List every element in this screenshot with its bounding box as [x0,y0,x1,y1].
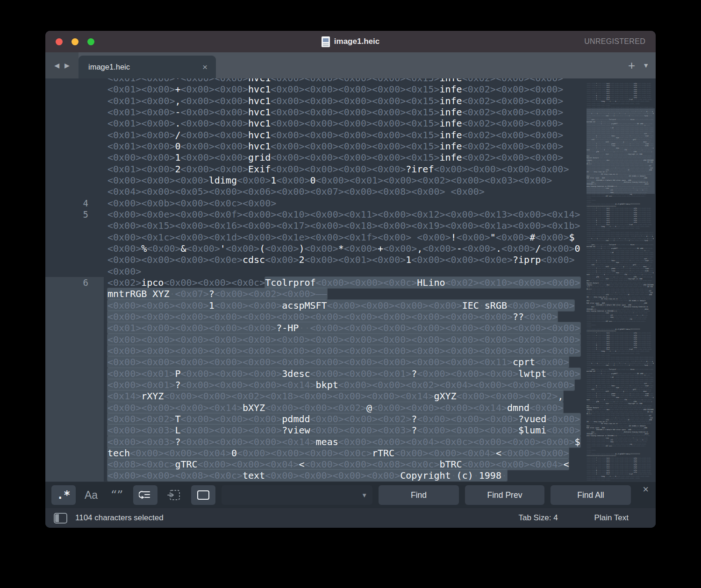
code-row[interactable]: <0x00><0x03>?<0x00><0x00><0x00><0x14>mea… [45,436,587,447]
code-row[interactable]: <0x01><0x00>0<0x00><0x00>hvc1<0x00><0x00… [45,141,587,152]
code-area[interactable]: <0x01><0x00>*<0x00><0x00>hvc1<0x00><0x00… [45,78,587,482]
case-sensitive-toggle-button[interactable]: Aa [82,485,100,505]
code-row[interactable]: tech<0x00><0x00><0x04>0<0x00><0x00><0x00… [45,447,587,459]
code-row[interactable]: <0x00><0x00><0x00><0x0e>cdsc<0x00>2<0x00… [45,254,587,265]
code-row[interactable]: <0x00><0x00><0x00><0x14>bXYZ<0x00><0x00>… [45,402,587,413]
selected-text: <0x14>rXYZ<0x00><0x00><0x02><0x18><0x00>… [107,390,563,402]
window-title: image1.heic [334,37,379,46]
code-row[interactable]: <0x08><0x0c>gTRC<0x00><0x00><0x04><<0x00… [45,459,587,470]
line-number [45,459,104,470]
selected-text: <0x00><0x00><0x00><0x00><0x00><0x00><0x0… [107,334,580,345]
code-row[interactable]: <0x01><0x00>+<0x00><0x00>hvc1<0x00><0x00… [45,84,587,95]
new-tab-icon[interactable]: + [628,59,635,71]
line-number [45,447,104,459]
code-row[interactable]: <0x01><0x00>2<0x00><0x00>Exif<0x00><0x00… [45,163,587,175]
whole-word-toggle-button[interactable]: “” [107,485,127,505]
line-number [45,288,104,299]
tab-close-icon[interactable]: × [202,62,207,72]
code-row[interactable]: <0x00><0x01>P<0x00><0x00><0x00>3desc<0x0… [45,368,587,379]
code-row[interactable]: <0x01><0x00>,<0x00><0x00>hvc1<0x00><0x00… [45,95,587,106]
regex-toggle-button[interactable]: .* [51,485,76,505]
selected-text: <0x00><0x01>P<0x00><0x00><0x00>3desc<0x0… [107,368,580,379]
titlebar: image1.heic UNREGISTERED [45,31,656,52]
code-row[interactable]: <0x01><0x00>/<0x00><0x00>hvc1<0x00><0x00… [45,129,587,141]
editor-viewport[interactable]: <0x01><0x00>*<0x00><0x00>hvc1<0x00><0x00… [45,78,656,482]
code-row[interactable]: 4<0x00><0x0b><0x00><0x0c><0x00> [45,198,587,209]
line-number [45,163,104,175]
minimap-selection [587,108,655,194]
wrap-icon [139,489,152,501]
code-row[interactable]: <0x00><0x02>T<0x00><0x00><0x00>pdmdd<0x0… [45,413,587,425]
close-window-button[interactable] [56,38,63,45]
code-row[interactable]: <0x00><0x03>L<0x00><0x00><0x00>?view<0x0… [45,425,587,436]
line-number [45,129,104,141]
find-prev-button[interactable]: Find Prev [465,485,544,505]
nav-back-icon[interactable]: ◀ [54,62,59,69]
wrap-search-toggle-button[interactable] [133,485,157,505]
code-row[interactable]: <0x00><0x06><0x00>1<0x00><0x00>acspMSFT<… [45,300,587,311]
line-number [45,436,104,447]
code-row[interactable]: <0x00><0x00><0x00><0x00><0x00><0x00><0x0… [45,334,587,345]
maximize-window-button[interactable] [87,38,94,45]
code-row[interactable]: <0x00><0x01>?<0x00><0x00><0x00><0x14>bkp… [45,379,587,390]
code-row[interactable]: <0x04><0x00><0x05><0x00><0x06><0x00><0x0… [45,186,587,197]
code-row[interactable]: <0x00><0x00><0x00><0x00><0x00><0x00><0x0… [45,345,587,356]
minimap[interactable]: <0x01><0x00>*<0x00><0x00>hvc1<0x00><0x00… [587,78,655,482]
code-row[interactable]: <0x00><0x1c><0x00><0x1d><0x00><0x1e><0x0… [45,232,587,243]
line-number [45,186,104,197]
code-row[interactable]: <0x00><0x00>1<0x00><0x00>grid<0x00><0x00… [45,152,587,163]
search-history-dropdown-icon[interactable]: ▼ [361,492,367,499]
code-row[interactable]: <0x01><0x00>.<0x00><0x00>hvc1<0x00><0x00… [45,118,587,129]
in-selection-icon [167,489,181,501]
line-number [45,118,104,129]
code-row[interactable]: <0x00><0x00><0x08><0x0c>text<0x00><0x00>… [45,470,587,481]
line-number [45,243,104,254]
highlight-matches-icon [197,490,209,500]
window-title-group: image1.heic [322,36,379,47]
find-all-button[interactable]: Find All [551,485,631,505]
tab-overflow-icon[interactable]: ▼ [643,62,649,69]
sidebar-toggle-icon[interactable] [54,513,67,524]
document-icon [322,36,330,47]
minimize-window-button[interactable] [72,38,79,45]
code-row[interactable]: <0x00><0x00><0x00><0x00><0x00><0x00><0x0… [45,356,587,368]
line-number [45,379,104,390]
tabbar-right-controls: + ▼ [628,52,649,78]
code-row[interactable]: mntrRGB·XYZ·<0x07>?<0x00><0x02><0x00>—— [45,288,587,299]
code-row[interactable]: <0x00>%<0x00>&<0x00>'<0x00>(<0x00>)<0x00… [45,243,587,254]
selection-count-status: 1104 characters selected [75,513,164,523]
tab-image1-heic[interactable]: image1.heic × [79,56,216,78]
line-number [45,425,104,436]
line-number [45,84,104,95]
line-number [45,322,104,333]
line-number [45,95,104,106]
selected-text: Tcolrprof<0x00><0x00><0x0c>HLino<0x02><0… [265,277,580,288]
in-selection-toggle-button[interactable] [164,485,185,505]
tab-size-status[interactable]: Tab Size: 4 [518,513,558,523]
selected-text: tech<0x00><0x00><0x04>0<0x00><0x00><0x00… [107,447,569,459]
code-row[interactable]: <0x14>rXYZ<0x00><0x00><0x02><0x18><0x00>… [45,390,587,402]
selected-text: <0x00><0x00><0x00><0x00><0x00><0x00><0x0… [107,345,580,356]
selected-text: <0x00><0x02>T<0x00><0x00><0x00>pdmdd<0x0… [107,413,580,425]
code-row[interactable]: 6<0x02>ipco<0x00><0x00><0x0c>Tcolrprof<0… [45,277,587,288]
app-window: image1.heic UNREGISTERED ◀ ▶ image1.heic… [45,31,656,528]
find-close-icon[interactable]: × [643,484,649,495]
selected-text: <0x08><0x0c>gTRC<0x00><0x00><0x04><<0x00… [107,459,569,470]
code-row[interactable]: <0x00><0x00><0x00><0x00><0x00><0x00><0x0… [45,311,587,322]
code-row[interactable]: <0x01><0x00>*<0x00><0x00>hvc1<0x00><0x00… [45,78,587,84]
nav-forward-icon[interactable]: ▶ [64,62,70,69]
code-row[interactable]: <0x00><0x15><0x00><0x16><0x00><0x17><0x0… [45,220,587,231]
line-number: 6 [45,277,104,288]
line-number [45,368,104,379]
selected-text: <0x00><0x06><0x00>1<0x00><0x00>acspMSFT<… [107,300,574,311]
find-button[interactable]: Find [379,485,459,505]
search-input[interactable]: ▼ [222,485,372,505]
code-row[interactable]: <0x00><0x00><0x00>ldimg<0x00>1<0x00>0<0x… [45,175,587,186]
syntax-status[interactable]: Plain Text [594,513,629,523]
line-number: 5 [45,209,104,220]
code-row[interactable]: 5<0x00><0x0e><0x00><0x0f><0x00><0x10><0x… [45,209,587,220]
code-row[interactable]: <0x00> [45,266,587,277]
code-row[interactable]: <0x01><0x00><0x00><0x00><0x00>?-HP··<0x0… [45,322,587,333]
code-row[interactable]: <0x01><0x00>-<0x00><0x00>hvc1<0x00><0x00… [45,106,587,118]
highlight-matches-toggle-button[interactable] [191,485,215,505]
